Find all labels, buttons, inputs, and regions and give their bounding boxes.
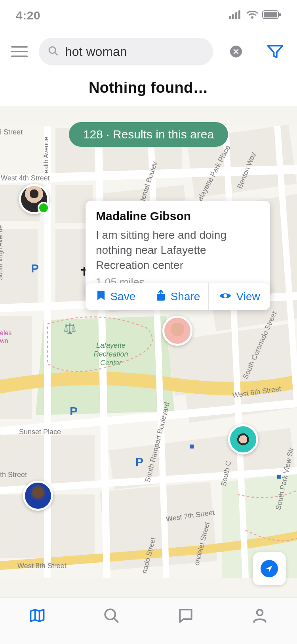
user-info-card[interactable]: Madaline Gibson I am sitting here and do… — [86, 201, 270, 297]
tab-chat[interactable] — [148, 598, 223, 644]
svg-text:P: P — [135, 455, 143, 468]
search-icon — [48, 45, 59, 58]
svg-rect-43 — [190, 445, 194, 448]
svg-text:wn: wn — [0, 337, 8, 344]
svg-text:P: P — [31, 262, 39, 275]
svg-line-9 — [55, 53, 57, 55]
bookmark-icon — [97, 290, 105, 304]
tab-bar — [0, 597, 297, 644]
svg-text:th Street: th Street — [0, 471, 27, 479]
map-marker-user-1[interactable] — [19, 184, 49, 214]
tab-search[interactable] — [74, 598, 149, 644]
map-marker-user-3[interactable] — [228, 424, 258, 454]
svg-text:Sunset Place: Sunset Place — [19, 428, 61, 436]
user-name: Madaline Gibson — [96, 209, 260, 223]
save-button[interactable]: Save — [86, 283, 147, 310]
cellular-icon — [229, 10, 242, 21]
svg-line-72 — [114, 618, 118, 622]
svg-point-73 — [257, 610, 263, 615]
search-icon — [103, 607, 120, 626]
svg-point-4 — [251, 16, 253, 19]
svg-point-68 — [223, 294, 227, 298]
filter-button[interactable] — [265, 41, 286, 62]
svg-text:West 4th Street: West 4th Street — [1, 174, 50, 182]
search-input[interactable] — [65, 44, 224, 59]
clear-search-button[interactable] — [230, 46, 242, 58]
svg-text:i Street: i Street — [0, 128, 23, 136]
share-icon — [156, 289, 166, 304]
svg-text:eles: eles — [0, 330, 11, 336]
svg-rect-7 — [279, 13, 281, 16]
map-tiles: P P P ✝ ⚖️ i Street Reno Apt West 4th St… — [0, 106, 297, 597]
map-marker-user-2[interactable] — [162, 316, 192, 346]
wifi-icon — [246, 10, 258, 21]
view-button[interactable]: View — [208, 283, 270, 310]
user-status: I am sitting here and doing nothing near… — [96, 228, 260, 272]
results-label: Results in this area — [113, 128, 214, 141]
svg-rect-2 — [235, 12, 237, 19]
status-time: 4:20 — [16, 9, 40, 22]
status-bar: 4:20 — [0, 0, 297, 31]
user-icon — [251, 607, 268, 626]
tab-profile[interactable] — [223, 598, 297, 644]
map-marker-user-4[interactable] — [23, 481, 53, 511]
map-canvas[interactable]: P P P ✝ ⚖️ i Street Reno Apt West 4th St… — [0, 106, 297, 597]
results-pill[interactable]: 128 · Results in this area — [69, 122, 228, 147]
svg-text:ealth Avenue: ealth Avenue — [43, 137, 50, 173]
card-actions: Save Share View — [86, 283, 270, 310]
battery-icon — [262, 10, 281, 21]
header — [0, 36, 297, 67]
svg-rect-6 — [264, 12, 277, 17]
menu-button[interactable] — [11, 43, 29, 60]
results-count: 128 — [83, 128, 103, 141]
eye-icon — [219, 290, 232, 303]
search-field[interactable] — [39, 38, 213, 65]
map-icon — [29, 607, 46, 626]
svg-text:P: P — [70, 404, 78, 418]
locate-me-button[interactable] — [253, 552, 286, 585]
svg-text:West 8th Street: West 8th Street — [17, 562, 67, 570]
share-button[interactable]: Share — [147, 283, 209, 310]
svg-rect-1 — [232, 14, 234, 19]
svg-rect-3 — [238, 10, 240, 19]
svg-rect-0 — [229, 16, 231, 19]
tab-map[interactable] — [0, 598, 74, 644]
svg-marker-10 — [268, 46, 283, 57]
svg-text:South Virgil Avenue: South Virgil Avenue — [0, 225, 4, 280]
chat-icon — [177, 607, 194, 626]
page-title: Nothing found… — [0, 79, 297, 96]
svg-text:⚖️: ⚖️ — [63, 322, 76, 335]
status-indicators — [229, 10, 281, 21]
location-arrow-icon — [261, 560, 278, 577]
